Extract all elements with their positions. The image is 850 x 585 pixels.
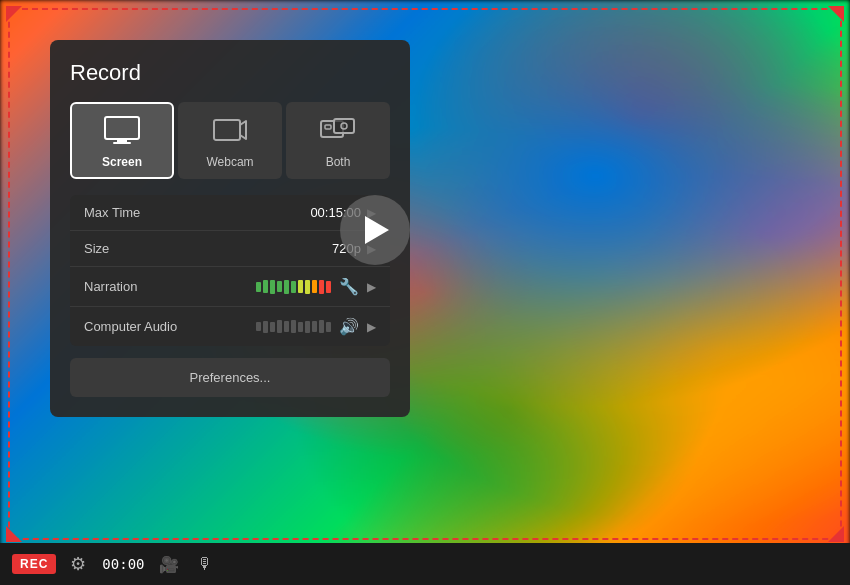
svg-rect-6 xyxy=(325,125,331,129)
svg-rect-1 xyxy=(117,139,127,142)
speaker-icon: 🔊 xyxy=(339,317,359,336)
source-webcam-button[interactable]: Webcam xyxy=(178,102,282,179)
screen-label: Screen xyxy=(102,155,142,169)
play-button[interactable] xyxy=(340,195,410,265)
svg-rect-2 xyxy=(113,142,131,144)
settings-gear-button[interactable]: ⚙ xyxy=(66,549,90,579)
both-icon xyxy=(320,116,356,149)
screen-icon xyxy=(104,116,140,149)
panel-title: Record xyxy=(70,60,390,86)
timer-display: 00:00 xyxy=(102,556,144,572)
webcam-label: Webcam xyxy=(206,155,253,169)
svg-marker-4 xyxy=(240,121,246,139)
camera-bottom-button[interactable]: 🎥 xyxy=(155,551,183,578)
size-label: Size xyxy=(84,241,194,256)
computer-audio-chevron: ▶ xyxy=(367,320,376,334)
computer-audio-row[interactable]: Computer Audio 🔊 ▶ xyxy=(70,307,390,346)
both-label: Both xyxy=(326,155,351,169)
svg-rect-3 xyxy=(214,120,240,140)
mic-bottom-button[interactable]: 🎙 xyxy=(193,551,217,577)
narration-label: Narration xyxy=(84,279,194,294)
computer-audio-label: Computer Audio xyxy=(84,319,194,334)
svg-rect-0 xyxy=(105,117,139,139)
rec-badge: REC xyxy=(12,554,56,574)
webcam-icon xyxy=(212,116,248,149)
narration-bars xyxy=(256,280,331,294)
narration-row[interactable]: Narration 🔧 ▶ xyxy=(70,267,390,307)
mic-icon: 🔧 xyxy=(339,277,359,296)
play-triangle-icon xyxy=(365,216,389,244)
preferences-button[interactable]: Preferences... xyxy=(70,358,390,397)
source-screen-button[interactable]: Screen xyxy=(70,102,174,179)
max-time-label: Max Time xyxy=(84,205,194,220)
narration-chevron: ▶ xyxy=(367,280,376,294)
source-both-button[interactable]: Both xyxy=(286,102,390,179)
svg-rect-7 xyxy=(334,119,354,133)
bottom-bar: REC ⚙ 00:00 🎥 🎙 xyxy=(0,543,850,585)
source-buttons: Screen Webcam Both xyxy=(70,102,390,179)
computer-audio-bars xyxy=(256,320,331,333)
